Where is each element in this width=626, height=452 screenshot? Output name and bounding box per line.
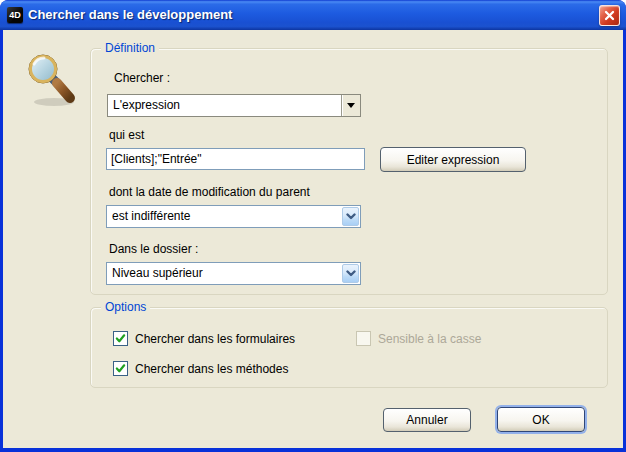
window-title: Chercher dans le développement	[28, 0, 232, 30]
folder-label: Dans le dossier :	[109, 242, 198, 256]
ok-button[interactable]: OK	[497, 407, 585, 432]
checkbox-label: Chercher dans les formulaires	[135, 332, 295, 346]
folder-dropdown[interactable]: Niveau supérieur	[106, 262, 361, 285]
checkbox-box[interactable]	[113, 331, 128, 346]
parent-date-value: est indifférente	[108, 207, 342, 226]
magnifier-icon	[24, 52, 82, 114]
checkbox-box[interactable]	[113, 361, 128, 376]
search-label: Chercher :	[114, 71, 170, 85]
checkmark-icon	[115, 333, 126, 344]
checkbox-box	[356, 331, 371, 346]
search-type-value: L'expression	[108, 95, 341, 116]
close-x-icon	[604, 7, 615, 25]
checkbox-search-forms[interactable]: Chercher dans les formulaires	[113, 331, 295, 346]
close-button[interactable]	[599, 5, 620, 26]
checkbox-search-methods[interactable]: Chercher dans les méthodes	[113, 361, 288, 376]
cancel-button[interactable]: Annuler	[383, 408, 471, 432]
definition-group-label: Définition	[101, 41, 159, 55]
chevron-down-icon	[342, 207, 359, 226]
chevron-down-icon	[342, 264, 359, 283]
checkmark-icon	[115, 363, 126, 374]
options-group: Options Chercher dans les formulaires Se…	[90, 307, 608, 388]
checkbox-case-sensitive: Sensible à la casse	[356, 331, 481, 346]
definition-group: Définition Chercher : L'expression qui e…	[90, 48, 608, 295]
checkbox-label: Chercher dans les méthodes	[135, 362, 288, 376]
dialog-content: Définition Chercher : L'expression qui e…	[3, 30, 623, 448]
qui-est-label: qui est	[109, 128, 144, 142]
folder-value: Niveau supérieur	[108, 264, 342, 283]
parent-date-dropdown[interactable]: est indifférente	[106, 205, 361, 228]
parent-date-label: dont la date de modification du parent	[109, 185, 310, 199]
titlebar[interactable]: 4D Chercher dans le développement	[0, 0, 626, 30]
dialog-window: 4D Chercher dans le développement	[0, 0, 626, 452]
options-group-label: Options	[101, 300, 150, 314]
dropdown-arrow-icon	[341, 95, 360, 116]
checkbox-label: Sensible à la casse	[378, 332, 481, 346]
search-type-dropdown[interactable]: L'expression	[107, 94, 361, 117]
expression-input[interactable]	[106, 148, 365, 170]
edit-expression-button[interactable]: Editer expression	[380, 147, 526, 172]
app-4d-icon: 4D	[7, 7, 23, 23]
